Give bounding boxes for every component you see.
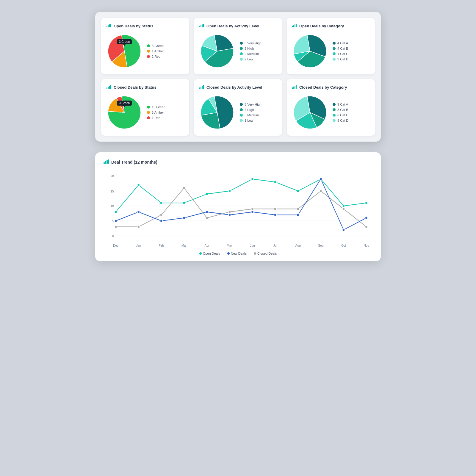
- legend-item: 8 Cat D: [333, 119, 348, 122]
- pie-chart[interactable]: [199, 33, 235, 69]
- svg-point-66: [206, 217, 208, 219]
- svg-text:0: 0: [112, 234, 114, 238]
- pie-chart[interactable]: [292, 95, 328, 130]
- svg-point-52: [160, 201, 162, 204]
- charts-grid: Open Deals by Status 3 Green 3 Green 1 A…: [101, 18, 375, 136]
- svg-point-68: [251, 208, 253, 210]
- svg-text:Jun: Jun: [250, 244, 255, 248]
- legend-item: 3 Medium: [240, 113, 262, 117]
- legend-dot: [240, 103, 243, 106]
- svg-point-76: [160, 220, 162, 222]
- legend-label: 3 Very High: [245, 41, 262, 45]
- svg-point-71: [320, 190, 322, 192]
- svg-point-75: [137, 211, 140, 213]
- chart-legend: 3 Green 1 Amber 2 Red: [147, 44, 164, 58]
- legend-dot: [333, 47, 336, 50]
- svg-rect-16: [199, 87, 200, 89]
- chart-title: Open Deals by Status: [114, 24, 154, 28]
- chart-card-closed-status: Closed Deals by Status 3 Green 15 Green …: [101, 79, 189, 136]
- legend-dot: [147, 55, 150, 58]
- pie-chart[interactable]: 3 Green: [107, 33, 142, 69]
- svg-point-62: [115, 226, 117, 228]
- svg-point-54: [206, 192, 208, 195]
- svg-text:Oct: Oct: [341, 244, 346, 248]
- svg-point-69: [274, 208, 276, 210]
- line-chart-area: 05101520DecJanFebMarAprMayJunJulAugSepOc…: [104, 171, 372, 248]
- svg-rect-3: [110, 24, 111, 27]
- chart-icon: [199, 84, 204, 90]
- chart-title: Open Deals by Category: [299, 24, 344, 28]
- line-chart-icon: [104, 159, 109, 165]
- bottom-panel: Deal Trend (12 months) 05101520DecJanFeb…: [95, 152, 381, 261]
- svg-point-85: [365, 217, 367, 219]
- svg-rect-27: [108, 159, 109, 164]
- legend-item-new: New Deals: [227, 252, 247, 255]
- pie-chart[interactable]: 3 Green: [107, 95, 142, 130]
- svg-point-50: [115, 211, 117, 213]
- chart-body: 9 Cat A 3 Cat B 6 Cat C 8 Cat D: [292, 95, 369, 130]
- legend-label: 4 Cat A: [337, 41, 348, 45]
- svg-text:Apr: Apr: [204, 244, 209, 248]
- legend-dot: [147, 116, 150, 119]
- pie-chart[interactable]: [292, 33, 328, 69]
- chart-icon: [292, 23, 297, 29]
- legend-item: 3 Green: [147, 44, 164, 48]
- legend-dot-new: [227, 252, 230, 255]
- svg-point-73: [365, 226, 367, 228]
- chart-header: Open Deals by Status: [107, 23, 184, 29]
- svg-point-55: [228, 190, 231, 192]
- svg-point-84: [342, 228, 345, 231]
- legend-item: 5 High: [240, 47, 262, 50]
- legend-item: 4 Cat A: [333, 41, 348, 45]
- legend-item: 2 Red: [147, 55, 164, 58]
- legend-item: 2 Medium: [240, 52, 262, 56]
- svg-rect-18: [202, 86, 203, 89]
- chart-header: Closed Deals by Category: [292, 84, 369, 90]
- pie-chart[interactable]: [199, 95, 235, 130]
- svg-text:10: 10: [111, 204, 114, 208]
- legend-label: 2 Medium: [245, 52, 259, 56]
- legend-label: 3 Amber: [152, 111, 164, 114]
- chart-header: Closed Deals by Activity Level: [199, 84, 277, 90]
- chart-card-open-status: Open Deals by Status 3 Green 3 Green 1 A…: [101, 18, 189, 74]
- svg-rect-25: [105, 161, 106, 164]
- chart-header: Open Deals by Activity Level: [199, 23, 277, 29]
- svg-rect-6: [202, 24, 203, 27]
- legend-dot: [240, 114, 243, 117]
- svg-rect-10: [295, 24, 295, 27]
- chart-legend: 15 Green 3 Amber 1 Red: [147, 105, 165, 120]
- legend-label: 6 Cat C: [337, 113, 348, 117]
- legend-item: 1 Cat C: [333, 52, 348, 56]
- legend-label: 15 Green: [152, 105, 165, 109]
- legend-item: 9 Cat A: [333, 103, 348, 106]
- legend-item: 3 Very High: [240, 41, 262, 45]
- chart-icon: [107, 23, 111, 29]
- svg-rect-9: [293, 25, 294, 27]
- svg-text:Feb: Feb: [159, 244, 164, 248]
- line-chart-title: Deal Trend (12 months): [111, 160, 157, 165]
- legend-item: 4 Cat B: [333, 47, 348, 50]
- chart-card-open-category: Open Deals by Category 4 Cat A 4 Cat B 1…: [287, 18, 375, 74]
- chart-header: Closed Deals by Status: [107, 84, 184, 90]
- chart-icon: [292, 84, 297, 90]
- svg-point-63: [137, 226, 140, 228]
- chart-title: Closed Deals by Status: [114, 85, 156, 90]
- svg-point-67: [228, 211, 231, 213]
- legend-dot: [240, 58, 243, 61]
- svg-point-60: [342, 204, 345, 207]
- legend-dot: [333, 58, 336, 61]
- line-chart-header: Deal Trend (12 months): [104, 159, 372, 165]
- chart-body: 3 Green 3 Green 1 Amber 2 Red: [107, 33, 184, 69]
- legend-label: 3 Green: [152, 44, 164, 48]
- svg-rect-12: [107, 87, 107, 89]
- svg-rect-19: [203, 85, 204, 89]
- legend-item: 3 Cat D: [333, 57, 348, 61]
- svg-text:5: 5: [112, 219, 114, 223]
- chart-body: 3 Very High 5 High 2 Medium 2 Low: [199, 33, 277, 69]
- legend-dot: [240, 47, 243, 50]
- legend-dot-closed: [254, 252, 256, 255]
- svg-rect-11: [296, 24, 297, 27]
- legend-label: 1 Amber: [152, 49, 164, 53]
- legend-dot: [333, 42, 336, 45]
- chart-title: Closed Deals by Activity Level: [206, 85, 262, 90]
